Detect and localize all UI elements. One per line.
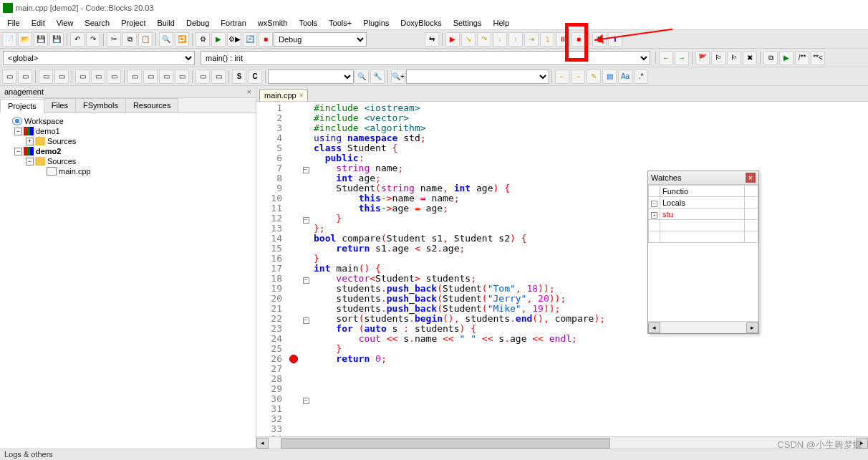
rect11-icon[interactable]: ▭ xyxy=(175,70,189,84)
build-target-combo[interactable]: Debug xyxy=(274,32,367,47)
doxy-wizard-icon[interactable]: ⧉ xyxy=(763,51,778,65)
function-combo[interactable]: main() : int xyxy=(201,51,650,65)
fold-marker-icon[interactable]: − xyxy=(303,167,309,173)
menu-tools[interactable]: Tools+ xyxy=(323,17,357,29)
save-all-icon[interactable]: 💾 xyxy=(49,32,64,47)
rect10-icon[interactable]: ▭ xyxy=(159,70,173,84)
next-line-icon[interactable]: ↷ xyxy=(477,32,491,47)
save-icon[interactable]: 💾 xyxy=(34,32,48,47)
expander-icon[interactable]: − xyxy=(14,128,22,135)
scroll-thumb[interactable] xyxy=(281,438,610,449)
run-to-cursor-icon[interactable]: ↘ xyxy=(461,32,476,47)
doxy-block-comment-icon[interactable]: /** xyxy=(795,51,809,65)
mgmt-tab-projects[interactable]: Projects xyxy=(0,99,44,113)
doxy-line-comment-icon[interactable]: **< xyxy=(811,51,825,65)
search-icon[interactable]: 🔍 xyxy=(355,70,369,84)
rect3-icon[interactable]: ▭ xyxy=(39,70,53,84)
undo-icon[interactable]: ↶ xyxy=(70,32,85,47)
highlight-icon[interactable]: ✎ xyxy=(587,70,601,84)
rebuild-icon[interactable]: 🔄 xyxy=(243,32,257,47)
nav-forward-icon[interactable]: → xyxy=(675,51,689,65)
rect2-icon[interactable]: ▭ xyxy=(18,70,32,84)
watches-window[interactable]: Watches × Functio−Locals+stu ◂ ▸ xyxy=(647,171,759,334)
match-case-icon[interactable]: Aa xyxy=(618,70,632,84)
c-icon[interactable]: C xyxy=(248,70,262,84)
debug-windows-icon[interactable]: 🐞 xyxy=(592,32,607,47)
watches-row[interactable]: −Locals xyxy=(649,197,758,209)
scroll-left-icon[interactable]: ◂ xyxy=(648,322,660,333)
fold-marker-icon[interactable]: − xyxy=(303,277,309,284)
rect4-icon[interactable]: ▭ xyxy=(54,70,69,84)
menu-settings[interactable]: Settings xyxy=(448,17,488,29)
breakpoint-icon[interactable] xyxy=(289,355,298,363)
watches-row[interactable] xyxy=(649,231,758,243)
watches-grid[interactable]: Functio−Locals+stu xyxy=(648,185,758,321)
menu-debug[interactable]: Debug xyxy=(180,17,215,29)
tree-workspace[interactable]: Workspace xyxy=(3,116,253,126)
bookmark-next-icon[interactable]: 🏳 xyxy=(727,51,741,65)
rect5-icon[interactable]: ▭ xyxy=(75,70,90,84)
fold-marker-icon[interactable]: − xyxy=(303,398,309,404)
mgmt-tab-resources[interactable]: Resources xyxy=(125,98,179,112)
expander-icon[interactable]: − xyxy=(26,158,34,166)
regex-icon[interactable]: .* xyxy=(634,70,648,84)
bookmark-prev-icon[interactable]: 🏳 xyxy=(711,51,725,65)
editor-hscrollbar[interactable]: ◂ ▸ xyxy=(256,436,868,449)
break-icon[interactable]: ⏸ xyxy=(556,32,570,47)
watches-close-icon[interactable]: × xyxy=(746,173,756,183)
replace-icon[interactable]: 🔁 xyxy=(175,32,189,47)
fold-marker-icon[interactable]: − xyxy=(303,317,309,324)
step-out-icon[interactable]: ↑ xyxy=(508,32,523,47)
watches-row[interactable] xyxy=(649,220,758,231)
tree-project-demo1[interactable]: −demo1 xyxy=(3,126,253,136)
search-combo-2[interactable] xyxy=(406,70,549,84)
menu-tools[interactable]: Tools xyxy=(293,17,323,29)
tree-folder-sources-1[interactable]: +Sources xyxy=(3,136,253,146)
menu-help[interactable]: Help xyxy=(487,17,515,29)
rect9-icon[interactable]: ▭ xyxy=(143,70,158,84)
watches-titlebar[interactable]: Watches × xyxy=(648,171,758,185)
menu-doxyblocks[interactable]: DoxyBlocks xyxy=(395,17,447,29)
stop-debug-icon[interactable]: ■ xyxy=(572,32,586,47)
logs-panel-header[interactable]: Logs & others xyxy=(0,449,868,460)
build-run-icon[interactable]: ⚙▶ xyxy=(227,32,241,47)
rect7-icon[interactable]: ▭ xyxy=(107,70,121,84)
mgmt-tab-fsymbols[interactable]: FSymbols xyxy=(75,98,126,112)
tree-folder-sources-2[interactable]: −Sources xyxy=(3,156,253,166)
new-search-icon[interactable]: 🔍+ xyxy=(391,70,405,84)
rect1-icon[interactable]: ▭ xyxy=(2,70,16,84)
marker-gutter[interactable] xyxy=(288,102,301,436)
management-close-icon[interactable]: × xyxy=(247,87,251,96)
cut-icon[interactable]: ✂ xyxy=(107,32,121,47)
toggle-source-header-icon[interactable]: ⇆ xyxy=(425,32,439,47)
run-icon[interactable]: ▶ xyxy=(211,32,226,47)
bookmark-toggle-icon[interactable]: 🚩 xyxy=(695,51,710,65)
nav-back-icon[interactable]: ← xyxy=(659,51,673,65)
editor-tab-maincpp[interactable]: main.cpp × xyxy=(259,89,308,101)
s-icon[interactable]: S xyxy=(232,70,246,84)
rect13-icon[interactable]: ▭ xyxy=(211,70,226,84)
build-icon[interactable]: ⚙ xyxy=(196,32,210,47)
project-tree[interactable]: Workspace −demo1 +Sources −demo2 −Source… xyxy=(0,113,256,449)
menu-project[interactable]: Project xyxy=(115,17,151,29)
paste-icon[interactable]: 📋 xyxy=(138,32,153,47)
menu-view[interactable]: View xyxy=(51,17,79,29)
menu-edit[interactable]: Edit xyxy=(26,17,51,29)
scroll-left-icon[interactable]: ◂ xyxy=(256,438,269,449)
various-info-icon[interactable]: ℹ xyxy=(608,32,622,47)
fold-gutter[interactable]: −−−−− xyxy=(301,102,311,436)
bookmark-clear-icon[interactable]: ✖ xyxy=(743,51,757,65)
debug-start-icon[interactable]: ▶ xyxy=(445,32,460,47)
scope-combo[interactable]: <global> xyxy=(3,51,195,65)
goto-prev-icon[interactable]: ← xyxy=(555,70,569,84)
copy-icon[interactable]: ⧉ xyxy=(122,32,137,47)
rect6-icon[interactable]: ▭ xyxy=(91,70,105,84)
goto-next-icon[interactable]: → xyxy=(571,70,585,84)
watches-hscrollbar[interactable]: ◂ ▸ xyxy=(648,321,758,333)
menu-fortran[interactable]: Fortran xyxy=(215,17,251,29)
step-into-instruction-icon[interactable]: ⤵ xyxy=(540,32,554,47)
new-file-icon[interactable]: 📄 xyxy=(2,32,16,47)
find-icon[interactable]: 🔍 xyxy=(159,32,173,47)
menu-wxsmith[interactable]: wxSmith xyxy=(252,17,294,29)
stop-build-icon[interactable]: ■ xyxy=(259,32,273,47)
